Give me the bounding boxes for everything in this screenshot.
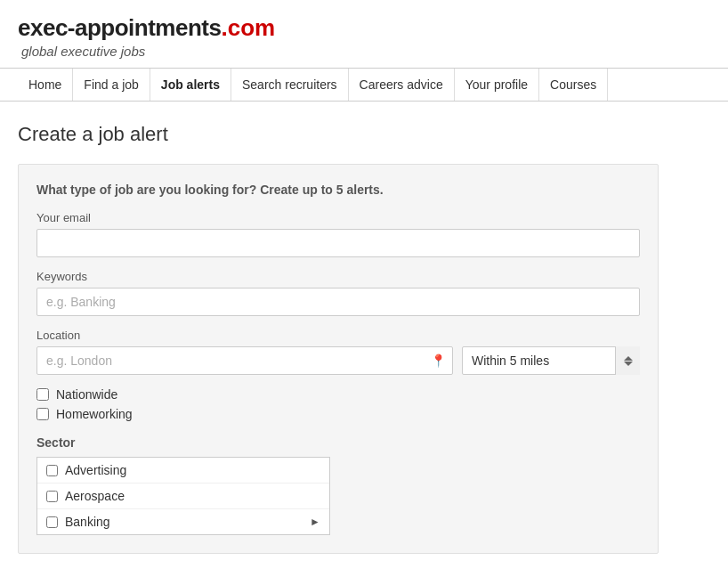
main-content: Create a job alert What type of job are … (0, 102, 728, 575)
nav-courses[interactable]: Courses (539, 69, 608, 101)
nationwide-label[interactable]: Nationwide (56, 387, 117, 402)
header: exec-appointments.com global executive j… (0, 0, 728, 68)
sector-item-label-advertising: Advertising (65, 463, 320, 477)
sector-item-label-aerospace: Aerospace (65, 489, 320, 503)
location-row: 📍 Within 5 miles Within 10 miles Within … (36, 346, 640, 375)
nationwide-checkbox[interactable] (36, 388, 49, 401)
email-input[interactable] (36, 229, 640, 257)
nationwide-checkbox-group[interactable]: Nationwide (36, 387, 640, 402)
sector-checkbox-banking[interactable] (46, 516, 58, 528)
sector-item-arrow-banking: ► (310, 516, 320, 528)
sector-checkbox-aerospace[interactable] (46, 491, 58, 502)
homeworking-label[interactable]: Homeworking (56, 407, 133, 421)
logo: exec-appointments.com (18, 14, 275, 42)
logo-text: exec-appointments (18, 14, 221, 42)
sector-section: Sector Advertising Aerospace Banking ► (36, 435, 640, 535)
sector-list: Advertising Aerospace Banking ► (36, 457, 330, 535)
nav-home[interactable]: Home (18, 69, 73, 101)
logo-tagline: global executive jobs (21, 44, 145, 59)
nav-find-job[interactable]: Find a job (73, 69, 150, 101)
keywords-group: Keywords (36, 270, 640, 316)
keywords-label: Keywords (36, 270, 640, 283)
keywords-input[interactable] (36, 288, 640, 316)
sector-item-label-banking: Banking (65, 515, 303, 529)
location-label: Location (36, 329, 640, 342)
location-input[interactable] (36, 346, 453, 375)
homeworking-checkbox-group[interactable]: Homeworking (36, 407, 640, 421)
sector-item-advertising[interactable]: Advertising (37, 458, 329, 484)
nav-your-profile[interactable]: Your profile (455, 69, 539, 101)
sector-item-banking[interactable]: Banking ► (37, 509, 329, 534)
email-label: Your email (36, 211, 640, 224)
sector-checkbox-advertising[interactable] (46, 465, 58, 476)
distance-select-wrap: Within 5 miles Within 10 miles Within 20… (462, 346, 640, 375)
homeworking-checkbox[interactable] (36, 408, 49, 420)
location-group: Location 📍 Within 5 miles Within 10 mile… (36, 329, 640, 375)
location-input-wrap: 📍 (36, 346, 453, 375)
page-title: Create a job alert (18, 123, 710, 146)
sector-item-aerospace[interactable]: Aerospace (37, 484, 329, 509)
distance-select[interactable]: Within 5 miles Within 10 miles Within 20… (462, 346, 640, 375)
sector-label: Sector (36, 435, 640, 450)
email-group: Your email (36, 211, 640, 257)
form-description: What type of job are you looking for? Cr… (36, 183, 640, 197)
main-nav: Home Find a job Job alerts Search recrui… (0, 68, 728, 102)
nav-careers-advice[interactable]: Careers advice (349, 69, 455, 101)
form-card: What type of job are you looking for? Cr… (18, 164, 659, 554)
logo-dotcom: .com (221, 14, 275, 42)
nav-job-alerts[interactable]: Job alerts (150, 69, 231, 101)
nav-search-recruiters[interactable]: Search recruiters (231, 69, 349, 101)
